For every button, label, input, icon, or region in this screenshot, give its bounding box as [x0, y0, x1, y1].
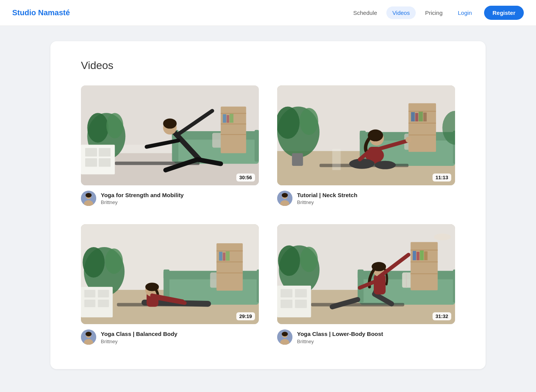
svg-rect-14	[229, 114, 233, 122]
svg-rect-13	[227, 115, 229, 123]
avatar-1	[81, 191, 96, 206]
svg-rect-30	[85, 158, 97, 167]
video-info-4: Yoga Class | Lower-Body Boost Brittney	[297, 330, 383, 344]
svg-rect-84	[226, 251, 229, 260]
video-info-1: Yoga for Strength and Mobility Brittney	[101, 191, 184, 206]
svg-rect-28	[85, 148, 97, 156]
video-card-2[interactable]: 11:13 Tutorial | Neck Stretch Brittney	[277, 85, 455, 206]
svg-point-64	[405, 137, 412, 143]
svg-rect-83	[223, 253, 226, 261]
svg-point-22	[163, 119, 177, 129]
video-grid: 30:56 Yoga for Strength and Mobility Bri…	[81, 85, 455, 345]
video-card-3[interactable]: 29:19 Yoga Class | Balanced Body Brittne…	[81, 224, 259, 345]
svg-rect-66	[332, 149, 341, 170]
svg-rect-78	[216, 243, 243, 291]
svg-rect-79	[216, 251, 243, 251]
svg-point-53	[300, 108, 318, 135]
svg-rect-115	[411, 242, 438, 290]
video-meta-2: Tutorial | Neck Stretch Brittney	[277, 191, 455, 206]
video-duration-1: 30:56	[236, 174, 255, 182]
video-meta-1: Yoga for Strength and Mobility Brittney	[81, 191, 259, 206]
svg-rect-9	[221, 113, 246, 114]
svg-rect-44	[408, 111, 436, 112]
svg-rect-46	[408, 135, 436, 135]
avatar-4	[277, 329, 292, 345]
video-title-3: Yoga Class | Balanced Body	[101, 330, 178, 338]
video-card-4[interactable]: 31:32 Yoga Class | Lower-Body Boost Brit…	[277, 224, 455, 345]
video-title-4: Yoga Class | Lower-Body Boost	[297, 330, 383, 338]
nav-videos[interactable]: Videos	[386, 6, 416, 19]
video-card-1[interactable]: 30:56 Yoga for Strength and Mobility Bri…	[81, 85, 259, 206]
svg-rect-80	[216, 262, 243, 262]
avatar-3	[81, 329, 96, 345]
svg-point-125	[300, 247, 318, 272]
video-meta-3: Yoga Class | Balanced Body Brittney	[81, 329, 259, 345]
video-author-4: Brittney	[297, 339, 383, 344]
video-duration-3: 29:19	[236, 312, 255, 320]
video-duration-2: 11:13	[433, 174, 451, 182]
svg-point-70	[282, 193, 288, 198]
svg-rect-6	[255, 130, 259, 162]
svg-rect-48	[415, 113, 418, 121]
svg-rect-31	[99, 158, 111, 167]
video-info-3: Yoga Class | Balanced Body Brittney	[101, 330, 178, 344]
svg-rect-117	[411, 262, 438, 262]
video-author-3: Brittney	[101, 339, 178, 344]
video-thumbnail-4[interactable]: 31:32	[277, 224, 455, 324]
svg-point-104	[86, 332, 92, 336]
main-content: Videos	[50, 41, 486, 369]
svg-point-17	[107, 113, 123, 138]
svg-rect-11	[221, 134, 246, 135]
svg-rect-10	[221, 124, 246, 124]
avatar-2	[277, 191, 292, 206]
navbar: Studio Namasté Schedule Videos Pricing L…	[0, 0, 536, 26]
svg-rect-50	[423, 112, 427, 121]
svg-rect-82	[219, 252, 223, 260]
video-title-2: Tutorial | Neck Stretch	[297, 191, 357, 199]
svg-rect-97	[84, 290, 95, 297]
brand-logo[interactable]: Studio Namasté	[12, 8, 70, 17]
nav-links: Schedule Videos Pricing Login Register	[347, 6, 524, 20]
svg-point-35	[86, 193, 92, 198]
svg-rect-119	[413, 251, 416, 260]
video-author-2: Brittney	[297, 199, 357, 205]
svg-rect-76	[257, 270, 259, 303]
svg-rect-120	[417, 252, 420, 260]
svg-point-86	[82, 247, 105, 278]
svg-rect-111	[453, 270, 455, 303]
svg-rect-138	[295, 289, 307, 297]
svg-point-60	[375, 161, 396, 169]
video-duration-4: 31:32	[433, 312, 451, 320]
svg-rect-140	[295, 300, 307, 308]
video-author-1: Brittney	[101, 199, 184, 205]
nav-login[interactable]: Login	[452, 6, 478, 19]
svg-rect-99	[84, 300, 95, 307]
nav-schedule[interactable]: Schedule	[347, 6, 383, 19]
svg-rect-100	[98, 300, 109, 307]
nav-register-button[interactable]: Register	[484, 6, 524, 20]
page-title: Videos	[81, 59, 455, 72]
svg-rect-137	[281, 289, 292, 297]
svg-rect-122	[424, 251, 428, 260]
video-thumbnail-2[interactable]: 11:13	[277, 85, 455, 185]
video-thumbnail-3[interactable]: 29:19	[81, 224, 259, 324]
svg-rect-98	[98, 290, 109, 297]
svg-point-144	[282, 332, 288, 336]
svg-rect-116	[411, 250, 438, 251]
svg-rect-118	[411, 273, 438, 274]
svg-rect-47	[411, 112, 415, 121]
svg-rect-12	[223, 114, 226, 123]
svg-rect-43	[408, 103, 436, 152]
nav-pricing[interactable]: Pricing	[419, 6, 449, 19]
svg-rect-121	[420, 251, 424, 260]
svg-rect-139	[281, 300, 292, 308]
svg-rect-81	[216, 273, 243, 273]
video-thumbnail-1[interactable]: 30:56	[81, 85, 259, 185]
svg-point-16	[87, 113, 108, 143]
svg-rect-54	[292, 153, 303, 166]
video-info-2: Tutorial | Neck Stretch Brittney	[297, 191, 357, 206]
svg-point-87	[105, 249, 123, 274]
svg-point-124	[278, 246, 300, 276]
video-meta-4: Yoga Class | Lower-Body Boost Brittney	[277, 329, 455, 345]
svg-rect-45	[408, 123, 436, 124]
